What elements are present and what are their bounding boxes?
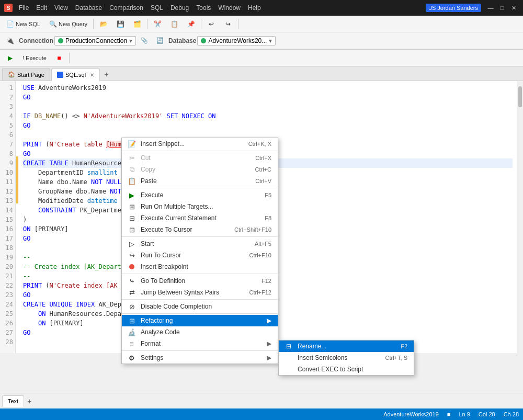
sub-convert-exec[interactable]: Convert EXEC to Script <box>279 364 414 375</box>
ctx-copy[interactable]: ⧉ Copy Ctrl+C <box>122 164 278 175</box>
refresh-btn[interactable]: 🔄 <box>153 36 167 46</box>
save-button[interactable]: 💾 <box>112 18 128 30</box>
new-sql-button[interactable]: 📄 New SQL <box>2 18 44 30</box>
tab-sql-file[interactable]: SQL.sql ✕ <box>51 69 100 81</box>
code-line-5: GO <box>23 121 513 130</box>
ctx-paste[interactable]: 📋 Paste Ctrl+V <box>122 175 278 187</box>
ctx-refactoring[interactable]: ⊞ Refactoring ▶ <box>122 315 278 326</box>
connection-icon-btn: 🔌 <box>2 35 18 47</box>
ctx-format[interactable]: ≡ Format ▶ <box>122 338 278 349</box>
ctx-execute-label: Execute <box>141 191 163 199</box>
stop-icon: ■ <box>55 54 63 62</box>
menu-tools[interactable]: Tools <box>193 3 214 13</box>
plugin-icon: 🔌 <box>6 37 14 45</box>
stop-btn[interactable]: ■ <box>51 52 67 64</box>
new-query-button[interactable]: 🔍 New Query <box>45 18 91 30</box>
copy-button[interactable]: 📋 <box>166 18 182 30</box>
code-line-4: IF DB_NAME() <> N'AdventureWorks2019' SE… <box>23 111 513 121</box>
vertical-scrollbar[interactable] <box>517 81 523 353</box>
toolbar-sep-5 <box>69 53 70 63</box>
tab-close-btn[interactable]: ✕ <box>90 72 94 78</box>
ctx-goto-def-shortcut: F12 <box>262 278 271 284</box>
maximize-button[interactable]: □ <box>497 3 507 13</box>
tab-bar: 🏠 Start Page SQL.sql ✕ + <box>0 66 523 81</box>
ctx-insert-snippet[interactable]: 📝 Insert Snippet... Ctrl+K, X <box>122 138 278 150</box>
connection-options-btn[interactable]: 📎 <box>137 36 152 46</box>
run-btn[interactable]: ▶ <box>2 52 18 64</box>
ctx-start[interactable]: ▷ Start Alt+F5 <box>122 238 278 249</box>
open-button[interactable]: 📂 <box>96 18 111 30</box>
menu-database[interactable]: Database <box>72 3 105 13</box>
ctx-refactoring-label: Refactoring <box>141 317 173 324</box>
ctx-exec-cursor[interactable]: ⊡ Execute To Cursor Ctrl+Shift+F10 <box>122 224 278 235</box>
ctx-copy-label: Copy <box>141 166 155 173</box>
toolbar-row-1: 📄 New SQL 🔍 New Query 📂 💾 🗂️ ✂️ 📋 📌 ↩ ↪ <box>0 16 523 32</box>
ctx-exec-cursor-shortcut: Ctrl+Shift+F10 <box>234 226 271 233</box>
rename-icon: ⊟ <box>284 342 293 351</box>
ctx-disable-completion[interactable]: ⊘ Disable Code Completion <box>122 301 278 312</box>
ctx-goto-def[interactable]: ⤷ Go To Definition F12 <box>122 275 278 287</box>
format-icon: ≡ <box>127 339 137 348</box>
tab-start-page[interactable]: 🏠 Start Page <box>2 68 50 81</box>
title-bar-right: JS Jordan Sanders — □ ✕ <box>426 3 519 13</box>
toolbar-sep-4 <box>238 19 238 29</box>
minimize-button[interactable]: — <box>485 3 496 13</box>
ctx-sep-7 <box>122 350 278 351</box>
copy-icon: 📋 <box>170 20 178 28</box>
ctx-format-label: Format <box>141 340 161 347</box>
database-dropdown-arrow: ▾ <box>269 37 272 44</box>
menu-sql[interactable]: SQL <box>147 3 166 13</box>
cut-button[interactable]: ✂️ <box>150 18 165 30</box>
tab-text[interactable]: Text <box>2 395 24 407</box>
save-all-button[interactable]: 🗂️ <box>129 18 145 30</box>
database-select[interactable]: AdventureWorks20... ▾ <box>197 36 276 46</box>
ctx-run-multiple[interactable]: ⊞ Run On Multiple Targets... <box>122 201 278 212</box>
settings-ctx-icon: ⚙ <box>127 353 137 362</box>
ctx-analyze[interactable]: 🔬 Analyze Code <box>122 326 278 338</box>
sub-insert-semicolons-shortcut: Ctrl+T, S <box>385 355 407 361</box>
ctx-run-cursor[interactable]: ↪ Run To Cursor Ctrl+F10 <box>122 249 278 261</box>
ctx-settings[interactable]: ⚙ Settings ▶ <box>122 352 278 364</box>
execute-btn[interactable]: ! Execute <box>19 53 50 63</box>
menu-view[interactable]: View <box>51 3 71 13</box>
code-line-1: USE AdventureWorks2019 <box>23 83 513 93</box>
new-query-label: New Query <box>59 21 87 27</box>
code-line-3 <box>23 102 513 111</box>
menu-edit[interactable]: Edit <box>33 3 50 13</box>
ctx-exec-current[interactable]: ⊟ Execute Current Statement F8 <box>122 212 278 224</box>
run-cursor-icon: ↪ <box>127 251 137 260</box>
ctx-sep-6 <box>122 313 278 314</box>
status-bar: AdventureWorks2019 ■ Ln 9 Col 28 Ch 28 <box>0 408 523 420</box>
ctx-jump-pairs-label: Jump Between Syntax Pairs <box>141 289 219 296</box>
redo-button[interactable]: ↪ <box>220 18 236 30</box>
ctx-sep-1 <box>122 151 278 151</box>
menu-debug[interactable]: Debug <box>167 3 192 13</box>
ctx-start-label: Start <box>141 240 154 247</box>
ctx-paste-shortcut: Ctrl+V <box>255 178 271 184</box>
menu-help[interactable]: Help <box>245 3 264 13</box>
menu-comparison[interactable]: Comparison <box>106 3 146 13</box>
ctx-execute[interactable]: ▶ Execute F5 <box>122 189 278 201</box>
menu-file[interactable]: File <box>16 3 32 13</box>
ctx-insert-breakpoint[interactable]: Insert Breakpoint <box>122 261 278 273</box>
start-page-label: Start Page <box>17 72 44 78</box>
context-menu: 📝 Insert Snippet... Ctrl+K, X ✂ Cut Ctrl… <box>121 138 278 364</box>
menu-window[interactable]: Window <box>215 3 244 13</box>
sub-insert-semicolons[interactable]: Insert Semicolons Ctrl+T, S <box>279 352 414 364</box>
paste-button[interactable]: 📌 <box>183 18 199 30</box>
ctx-sep-2 <box>122 188 278 188</box>
ctx-jump-pairs[interactable]: ⇄ Jump Between Syntax Pairs Ctrl+F12 <box>122 287 278 298</box>
database-status-dot <box>201 38 206 43</box>
start-ctx-icon: ▷ <box>127 239 137 248</box>
undo-button[interactable]: ↩ <box>203 18 219 30</box>
connection-select[interactable]: ProductionConnection ▾ <box>54 36 136 46</box>
ctx-cut[interactable]: ✂ Cut Ctrl+X <box>122 152 278 164</box>
close-button[interactable]: ✕ <box>508 3 519 13</box>
new-tab-btn[interactable]: + <box>101 68 111 81</box>
user-badge: JS Jordan Sanders <box>426 4 481 12</box>
bottom-new-tab-btn[interactable]: + <box>24 396 35 406</box>
toolbar-row-2: 🔌 Connection ProductionConnection ▾ 📎 🔄 … <box>0 32 523 49</box>
status-ch: Ch 28 <box>504 411 519 417</box>
sub-rename[interactable]: ⊟ Rename... F2 <box>279 340 414 352</box>
connection-dropdown-arrow: ▾ <box>129 37 132 44</box>
